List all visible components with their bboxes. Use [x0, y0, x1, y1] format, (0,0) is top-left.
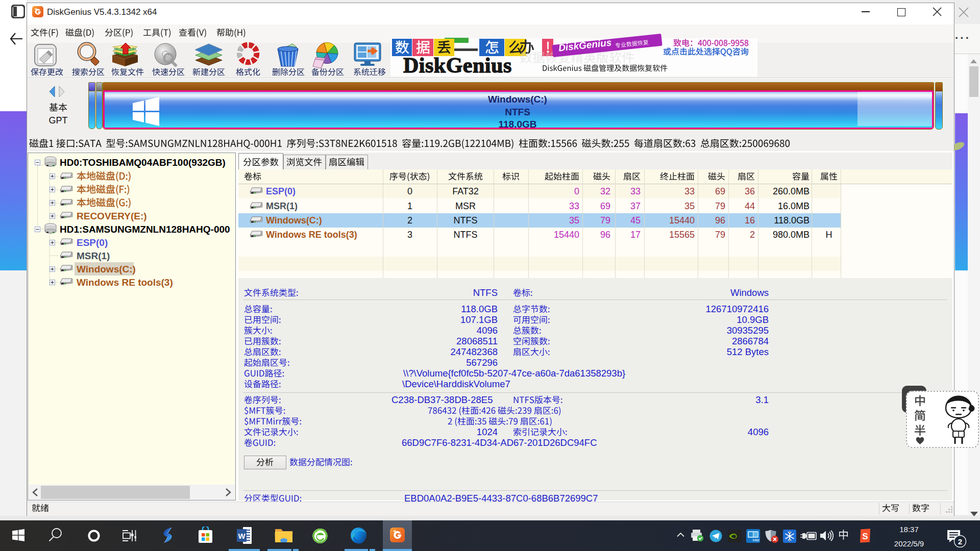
svg-text:S: S — [862, 532, 868, 541]
svg-text:W: W — [238, 532, 246, 540]
svg-text:2: 2 — [958, 537, 962, 546]
svg-text:intel: intel — [753, 538, 760, 542]
